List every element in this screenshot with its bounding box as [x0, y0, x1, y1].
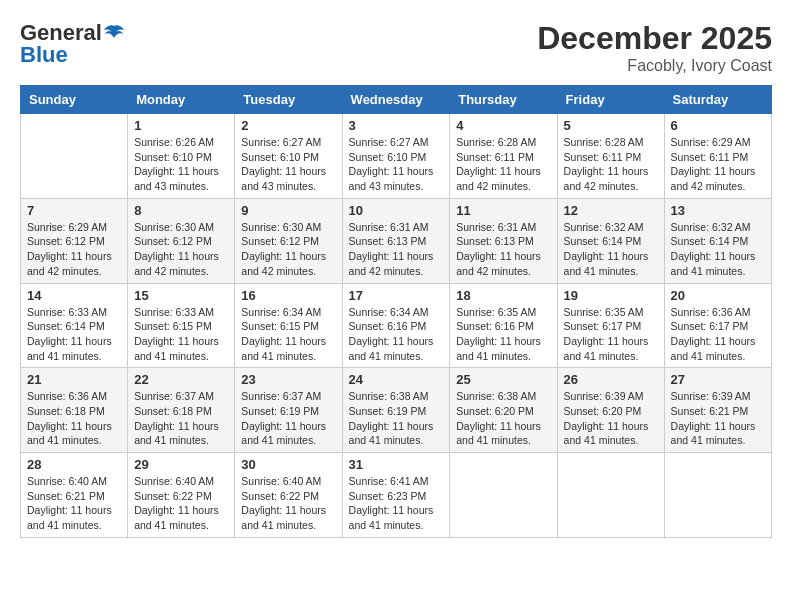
day-info: Sunrise: 6:33 AMSunset: 6:15 PMDaylight:…	[134, 305, 228, 364]
calendar-header-row: Sunday Monday Tuesday Wednesday Thursday…	[21, 86, 772, 114]
table-row: 15 Sunrise: 6:33 AMSunset: 6:15 PMDaylig…	[128, 283, 235, 368]
day-number: 5	[564, 118, 658, 133]
day-number: 21	[27, 372, 121, 387]
day-number: 10	[349, 203, 444, 218]
logo-bird-icon	[104, 24, 124, 42]
calendar-week-3: 21 Sunrise: 6:36 AMSunset: 6:18 PMDaylig…	[21, 368, 772, 453]
table-row: 8 Sunrise: 6:30 AMSunset: 6:12 PMDayligh…	[128, 198, 235, 283]
table-row: 11 Sunrise: 6:31 AMSunset: 6:13 PMDaylig…	[450, 198, 557, 283]
day-info: Sunrise: 6:29 AMSunset: 6:11 PMDaylight:…	[671, 135, 765, 194]
header-sunday: Sunday	[21, 86, 128, 114]
table-row: 29 Sunrise: 6:40 AMSunset: 6:22 PMDaylig…	[128, 453, 235, 538]
table-row: 30 Sunrise: 6:40 AMSunset: 6:22 PMDaylig…	[235, 453, 342, 538]
day-number: 6	[671, 118, 765, 133]
table-row: 10 Sunrise: 6:31 AMSunset: 6:13 PMDaylig…	[342, 198, 450, 283]
table-row: 6 Sunrise: 6:29 AMSunset: 6:11 PMDayligh…	[664, 114, 771, 199]
day-number: 30	[241, 457, 335, 472]
table-row: 9 Sunrise: 6:30 AMSunset: 6:12 PMDayligh…	[235, 198, 342, 283]
day-info: Sunrise: 6:39 AMSunset: 6:21 PMDaylight:…	[671, 389, 765, 448]
day-info: Sunrise: 6:36 AMSunset: 6:18 PMDaylight:…	[27, 389, 121, 448]
header-friday: Friday	[557, 86, 664, 114]
table-row: 14 Sunrise: 6:33 AMSunset: 6:14 PMDaylig…	[21, 283, 128, 368]
table-row: 19 Sunrise: 6:35 AMSunset: 6:17 PMDaylig…	[557, 283, 664, 368]
calendar-table: Sunday Monday Tuesday Wednesday Thursday…	[20, 85, 772, 538]
day-number: 31	[349, 457, 444, 472]
day-info: Sunrise: 6:40 AMSunset: 6:22 PMDaylight:…	[241, 474, 335, 533]
table-row: 2 Sunrise: 6:27 AMSunset: 6:10 PMDayligh…	[235, 114, 342, 199]
day-info: Sunrise: 6:29 AMSunset: 6:12 PMDaylight:…	[27, 220, 121, 279]
day-number: 27	[671, 372, 765, 387]
table-row: 24 Sunrise: 6:38 AMSunset: 6:19 PMDaylig…	[342, 368, 450, 453]
day-number: 18	[456, 288, 550, 303]
location-title: Facobly, Ivory Coast	[537, 57, 772, 75]
calendar-week-4: 28 Sunrise: 6:40 AMSunset: 6:21 PMDaylig…	[21, 453, 772, 538]
table-row: 17 Sunrise: 6:34 AMSunset: 6:16 PMDaylig…	[342, 283, 450, 368]
day-info: Sunrise: 6:41 AMSunset: 6:23 PMDaylight:…	[349, 474, 444, 533]
day-number: 15	[134, 288, 228, 303]
day-info: Sunrise: 6:31 AMSunset: 6:13 PMDaylight:…	[456, 220, 550, 279]
table-row: 7 Sunrise: 6:29 AMSunset: 6:12 PMDayligh…	[21, 198, 128, 283]
table-row: 3 Sunrise: 6:27 AMSunset: 6:10 PMDayligh…	[342, 114, 450, 199]
day-number: 1	[134, 118, 228, 133]
day-number: 3	[349, 118, 444, 133]
table-row	[21, 114, 128, 199]
day-number: 14	[27, 288, 121, 303]
table-row: 20 Sunrise: 6:36 AMSunset: 6:17 PMDaylig…	[664, 283, 771, 368]
day-number: 2	[241, 118, 335, 133]
table-row: 5 Sunrise: 6:28 AMSunset: 6:11 PMDayligh…	[557, 114, 664, 199]
day-number: 28	[27, 457, 121, 472]
table-row: 13 Sunrise: 6:32 AMSunset: 6:14 PMDaylig…	[664, 198, 771, 283]
day-info: Sunrise: 6:34 AMSunset: 6:15 PMDaylight:…	[241, 305, 335, 364]
day-number: 4	[456, 118, 550, 133]
day-info: Sunrise: 6:30 AMSunset: 6:12 PMDaylight:…	[241, 220, 335, 279]
day-info: Sunrise: 6:39 AMSunset: 6:20 PMDaylight:…	[564, 389, 658, 448]
month-title: December 2025	[537, 20, 772, 57]
calendar-week-0: 1 Sunrise: 6:26 AMSunset: 6:10 PMDayligh…	[21, 114, 772, 199]
day-info: Sunrise: 6:38 AMSunset: 6:20 PMDaylight:…	[456, 389, 550, 448]
table-row: 4 Sunrise: 6:28 AMSunset: 6:11 PMDayligh…	[450, 114, 557, 199]
table-row: 28 Sunrise: 6:40 AMSunset: 6:21 PMDaylig…	[21, 453, 128, 538]
day-number: 9	[241, 203, 335, 218]
header-saturday: Saturday	[664, 86, 771, 114]
table-row: 26 Sunrise: 6:39 AMSunset: 6:20 PMDaylig…	[557, 368, 664, 453]
day-info: Sunrise: 6:31 AMSunset: 6:13 PMDaylight:…	[349, 220, 444, 279]
table-row: 21 Sunrise: 6:36 AMSunset: 6:18 PMDaylig…	[21, 368, 128, 453]
header-thursday: Thursday	[450, 86, 557, 114]
day-number: 25	[456, 372, 550, 387]
table-row	[664, 453, 771, 538]
day-info: Sunrise: 6:40 AMSunset: 6:21 PMDaylight:…	[27, 474, 121, 533]
table-row: 25 Sunrise: 6:38 AMSunset: 6:20 PMDaylig…	[450, 368, 557, 453]
table-row: 23 Sunrise: 6:37 AMSunset: 6:19 PMDaylig…	[235, 368, 342, 453]
day-info: Sunrise: 6:28 AMSunset: 6:11 PMDaylight:…	[456, 135, 550, 194]
day-number: 17	[349, 288, 444, 303]
day-info: Sunrise: 6:32 AMSunset: 6:14 PMDaylight:…	[564, 220, 658, 279]
day-number: 11	[456, 203, 550, 218]
day-info: Sunrise: 6:28 AMSunset: 6:11 PMDaylight:…	[564, 135, 658, 194]
day-info: Sunrise: 6:35 AMSunset: 6:16 PMDaylight:…	[456, 305, 550, 364]
day-number: 26	[564, 372, 658, 387]
day-number: 16	[241, 288, 335, 303]
day-number: 12	[564, 203, 658, 218]
day-info: Sunrise: 6:32 AMSunset: 6:14 PMDaylight:…	[671, 220, 765, 279]
title-block: December 2025 Facobly, Ivory Coast	[537, 20, 772, 75]
day-number: 7	[27, 203, 121, 218]
day-number: 24	[349, 372, 444, 387]
day-number: 8	[134, 203, 228, 218]
calendar-week-1: 7 Sunrise: 6:29 AMSunset: 6:12 PMDayligh…	[21, 198, 772, 283]
day-info: Sunrise: 6:33 AMSunset: 6:14 PMDaylight:…	[27, 305, 121, 364]
table-row	[450, 453, 557, 538]
table-row: 27 Sunrise: 6:39 AMSunset: 6:21 PMDaylig…	[664, 368, 771, 453]
day-info: Sunrise: 6:40 AMSunset: 6:22 PMDaylight:…	[134, 474, 228, 533]
day-number: 20	[671, 288, 765, 303]
day-number: 13	[671, 203, 765, 218]
header-wednesday: Wednesday	[342, 86, 450, 114]
table-row: 1 Sunrise: 6:26 AMSunset: 6:10 PMDayligh…	[128, 114, 235, 199]
day-info: Sunrise: 6:26 AMSunset: 6:10 PMDaylight:…	[134, 135, 228, 194]
day-info: Sunrise: 6:36 AMSunset: 6:17 PMDaylight:…	[671, 305, 765, 364]
day-number: 29	[134, 457, 228, 472]
header-tuesday: Tuesday	[235, 86, 342, 114]
day-info: Sunrise: 6:35 AMSunset: 6:17 PMDaylight:…	[564, 305, 658, 364]
table-row: 12 Sunrise: 6:32 AMSunset: 6:14 PMDaylig…	[557, 198, 664, 283]
day-info: Sunrise: 6:30 AMSunset: 6:12 PMDaylight:…	[134, 220, 228, 279]
day-info: Sunrise: 6:34 AMSunset: 6:16 PMDaylight:…	[349, 305, 444, 364]
